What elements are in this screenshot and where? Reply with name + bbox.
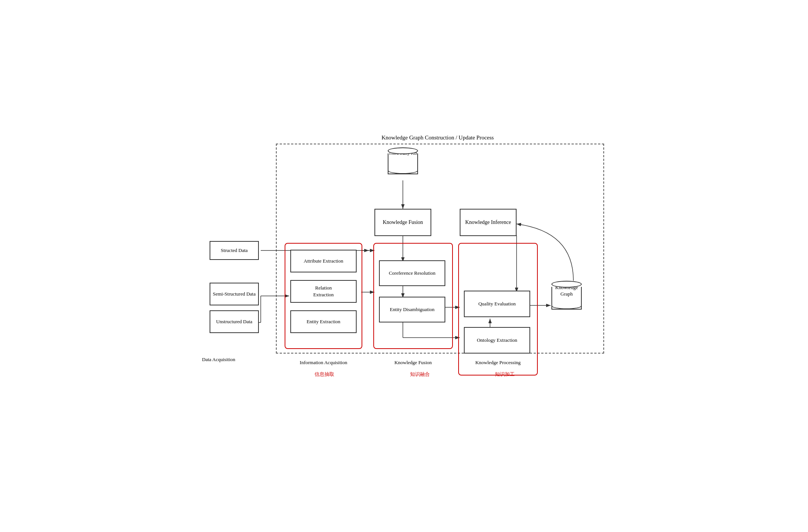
semi-structured-data-box: Semi-Structured Data <box>210 283 259 305</box>
semi-structured-data-label: Semi-Structured Data <box>213 291 256 297</box>
coreference-box: Coreference Resolution <box>379 260 445 286</box>
knowledge-processing-text: Knowledge Processing <box>475 360 521 365</box>
knowledge-fusion-box: Knowledge Fusion <box>374 209 431 236</box>
ontology-extraction-box: Ontology Extraction <box>464 327 530 354</box>
knowledge-processing-chinese-label: 知识加工 <box>480 371 529 378</box>
kg-cylinder-bottom <box>551 302 582 309</box>
knowledge-fusion-chinese-label: 知识融合 <box>395 371 445 378</box>
relation-extraction-box: RelationExtraction <box>290 280 357 303</box>
knowledge-fusion-chinese-text: 知识融合 <box>410 371 430 377</box>
data-acquisition-label: Data Acquisition <box>202 357 235 363</box>
third-party-kb: Third-Party KB <box>387 147 419 174</box>
knowledge-processing-chinese-text: 知识加工 <box>495 371 515 377</box>
knowledge-fusion-bottom-label: Knowledge Fusion <box>373 360 453 366</box>
info-acquisition-chinese-label: 信息抽取 <box>300 371 349 378</box>
knowledge-inference-box: Knowledge Inference <box>460 209 517 236</box>
info-acquisition-chinese-text: 信息抽取 <box>315 371 334 377</box>
knowledge-graph-cylinder: Knowledge Graph <box>551 281 583 310</box>
knowledge-processing-bottom-label: Knowledge Processing <box>458 360 538 366</box>
unstructured-data-label: Unstructured Data <box>216 318 252 325</box>
unstructured-data-box: Unstructured Data <box>210 310 259 333</box>
relation-extraction-label: RelationExtraction <box>313 285 334 298</box>
info-acquisition-text: Information Acquisition <box>300 360 347 365</box>
knowledge-fusion-bottom-text: Knowledge Fusion <box>395 360 432 365</box>
attribute-extraction-label: Attribute Extraction <box>304 258 343 264</box>
knowledge-fusion-label: Knowledge Fusion <box>383 219 423 226</box>
cylinder-body <box>388 153 418 174</box>
entity-extraction-box: Entity Extraction <box>290 310 357 333</box>
coreference-label: Coreference Resolution <box>389 270 435 277</box>
diagram-container: Knowledge Graph Construction / Update Pr… <box>202 133 606 399</box>
entity-disambiguation-box: Entity Disambiguation <box>379 297 445 322</box>
quality-evaluation-box: Quality Evaluation <box>464 291 530 317</box>
knowledge-fusion-container <box>373 243 453 349</box>
entity-extraction-label: Entity Extraction <box>307 318 340 325</box>
entity-disambiguation-label: Entity Disambiguation <box>390 306 434 313</box>
cylinder-bottom <box>388 167 418 174</box>
structed-data-label: Structed Data <box>221 247 247 254</box>
structed-data-box: Structed Data <box>210 241 259 260</box>
quality-evaluation-label: Quality Evaluation <box>478 300 516 307</box>
knowledge-inference-label: Knowledge Inference <box>465 219 511 226</box>
kg-cylinder-top <box>551 281 582 288</box>
cylinder-top <box>388 147 418 154</box>
ontology-extraction-label: Ontology Extraction <box>477 337 517 344</box>
diagram-title: Knowledge Graph Construction / Update Pr… <box>382 135 494 141</box>
info-acquisition-bottom-label: Information Acquisition <box>285 360 362 366</box>
attribute-extraction-box: Attribute Extraction <box>290 250 357 272</box>
